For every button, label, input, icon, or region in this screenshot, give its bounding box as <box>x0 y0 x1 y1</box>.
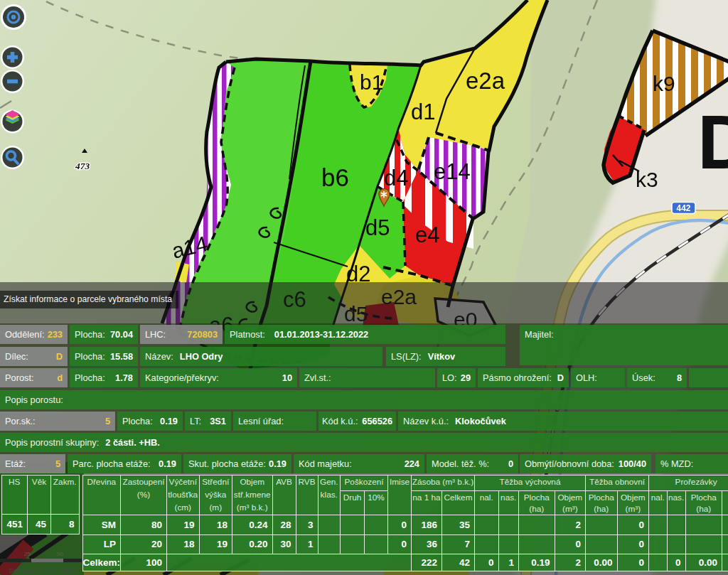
svg-text:D: D <box>697 100 728 185</box>
svg-text:k3: k3 <box>636 168 658 191</box>
svg-text:k9: k9 <box>653 72 675 95</box>
svg-text:e4: e4 <box>415 222 439 247</box>
svg-text:b1: b1 <box>360 70 383 94</box>
svg-text:b6: b6 <box>321 163 349 191</box>
svg-text:442: 442 <box>676 203 690 213</box>
svg-text:d5: d5 <box>365 215 390 240</box>
svg-text:473: 473 <box>75 161 90 171</box>
svg-text:e14: e14 <box>434 159 471 184</box>
svg-text:d4: d4 <box>384 166 408 190</box>
svg-text:e2a: e2a <box>466 68 505 94</box>
svg-text:d1: d1 <box>411 100 435 124</box>
